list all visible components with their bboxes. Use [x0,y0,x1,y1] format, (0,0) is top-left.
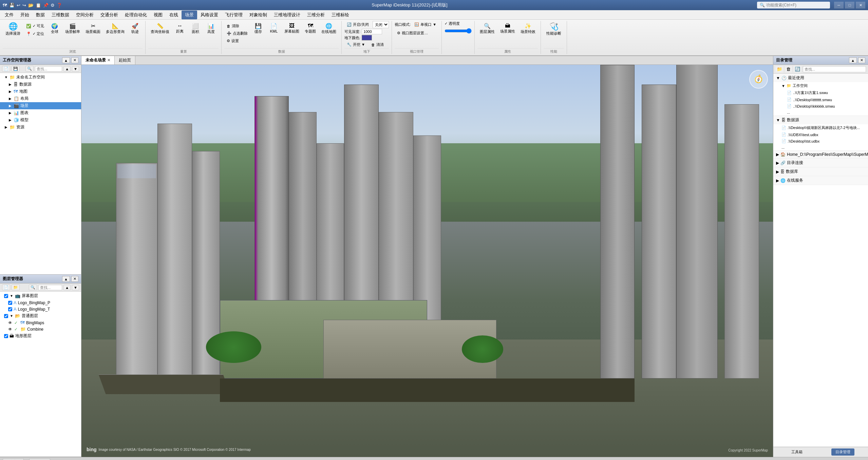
menu-file[interactable]: 文件 [1,11,17,19]
scene-effects-button[interactable]: ✨ 场景特效 [518,21,538,36]
workspace-node-scene[interactable]: ▶ 🎬 场景 [0,102,81,109]
catalog-item-udbx-tst[interactable]: 📄 .\\Desktop\\tst.udbx [773,138,868,144]
city-scene[interactable]: 🧭 bing Image courtesy of NASA / Earthsta… [81,65,773,457]
layer-screen-group[interactable]: ▼ 📺 屏幕图层 [0,292,81,299]
catalog-delete-button[interactable]: 🗑 [785,66,792,72]
logo-p-checkbox[interactable] [8,301,12,305]
catalog-item-udbx-test[interactable]: 📄 .\\UDBX\\test.udbx [773,131,868,138]
underground-toggle-button[interactable]: 🔄 开启/关闭 [344,21,371,28]
workspace-node-layout[interactable]: ▶ 📋 布局 [0,95,81,102]
menu-traffic-analysis[interactable]: 交通分析 [97,11,121,19]
position-button[interactable]: 📍 ✓ 定位 [24,30,46,37]
underground-status-select[interactable]: 关闭 开启 [373,21,389,28]
menu-flight-management[interactable]: 飞行管理 [222,11,246,19]
tab-unnamed-scene[interactable]: 未命名场景 ✕ [81,56,115,65]
catalog-search-input[interactable] [803,66,866,72]
catalog-item-desktop-k[interactable]: 📄 ..\\Desktop\\kkkkkk.smwu [773,103,868,109]
undo-icon[interactable]: ↩ [17,3,20,8]
layer-search-up[interactable]: ▲ [63,285,71,290]
kml-button[interactable]: 📄 KML [266,21,281,35]
catalog-item-zhenhuzhen[interactable]: 📄 .\\Desktop\\镇湖新区凤林路以北7-2号地块... [773,124,868,131]
layer-bingmaps[interactable]: 👁 ✓ 🗺 BingMaps [0,319,81,326]
layer-search-input[interactable] [38,285,62,290]
clear-underground-button[interactable]: 🗑 清清 [369,41,386,48]
pin-icon[interactable]: 📌 [43,3,49,8]
layer-combine[interactable]: 👁 ✓ 📁 Combine [0,326,81,332]
workspace-save-button[interactable]: 💾 [12,66,20,72]
workspace-search-toggle[interactable]: 🔍 [25,66,34,72]
workspace-node-root[interactable]: ▼ 📁 未命名工作空间 [0,74,81,81]
point-delete-button[interactable]: ➕ 点选删除 [224,30,250,37]
layer-folder-button[interactable]: 📁 [12,284,20,290]
cache-button[interactable]: 💾 缓存 [251,21,266,36]
menu-3d-analysis[interactable]: 三维分析 [304,11,328,19]
menu-auto-process[interactable]: 处理自动化 [121,11,150,19]
3d-viewport[interactable]: 🧭 bing Image courtesy of NASA / Earthsta… [81,65,773,457]
toolbox-tab[interactable]: 工具箱 [787,448,807,456]
track-button[interactable]: 🚀 轨迹 [128,21,143,36]
layer-close-button[interactable]: ✕ [71,276,78,282]
catalog-datasource-header[interactable]: ▼ 🗄 数据源 [773,116,868,124]
visible-button[interactable]: ✅ ✓ 可见 [24,22,46,30]
catalog-home-header[interactable]: ▶ 🏠 Home_D:\\ProgramFiles\\SuperMap\\Sup… [773,151,868,158]
catalog-item-scheme1[interactable]: 📄 ..\\方案1\\方案1.sxwu [773,89,868,96]
excavate-button[interactable]: 🔧 开挖 ▼ [344,41,367,48]
layer-add-button[interactable]: 📄 [2,284,10,290]
menu-scene[interactable]: 场景 [182,11,197,19]
layer-normal-group[interactable]: ▼ 📂 普通图层 [0,312,81,319]
transparency-slider[interactable] [445,28,472,34]
catalog-connection-header[interactable]: ▶ 🔗 目录连接 [773,159,868,167]
catalog-item-desktop-t[interactable]: 📄 ..\\Desktop\\tttttttt.smwu [773,96,868,103]
menu-start[interactable]: 开始 [17,11,33,19]
workspace-close-button[interactable]: ✕ [71,57,78,63]
select-explore-button[interactable]: 🌐 选择漫游 [3,21,23,38]
layer-search-toggle[interactable]: 🔍 [29,284,37,290]
screen-map-button[interactable]: 🖼 屏幕贴图 [282,21,302,36]
visible-depth-input[interactable] [362,29,382,34]
workspace-search-up[interactable]: ▲ [63,66,71,72]
output-window-button[interactable]: 绘出窗口 [3,458,24,460]
menu-online[interactable]: 在线 [166,11,182,19]
performance-diagnosis-button[interactable]: 🩺 性能诊断 [544,21,564,38]
workspace-node-datasource[interactable]: ▶ 🗄 数据源 [0,81,81,88]
layer-logo-p[interactable]: A Logo_BingMap_P [0,299,81,306]
menu-view[interactable]: 视图 [150,11,166,19]
menu-object-draw[interactable]: 对象绘制 [246,11,270,19]
workspace-expand-button[interactable]: ▲ [62,57,70,63]
catalog-online-header[interactable]: ▶ 🌐 在线服务 [773,176,868,185]
viewport-mode-button[interactable]: 🪟 单视口 ▼ [412,21,439,28]
workspace-search-down[interactable]: ▼ [72,66,79,72]
open-icon[interactable]: 📂 [28,3,34,8]
close-button[interactable]: ✕ [856,2,865,8]
underground-color-picker[interactable] [362,35,372,40]
height-button[interactable]: 📊 高度 [204,21,219,36]
menu-spatial-analysis[interactable]: 空间分析 [73,11,97,19]
catalog-refresh-button[interactable]: 🔄 [793,66,801,72]
catalog-close-button[interactable]: ✕ [858,57,865,63]
screen-group-checkbox[interactable] [4,294,8,298]
polygon-query-button[interactable]: 📐 多边形查询 [103,21,127,36]
workspace-node-resource[interactable]: ▶ 📁 资源 [0,124,81,131]
redo-icon[interactable]: ↪ [22,3,26,8]
new-icon[interactable]: 📋 [36,3,41,8]
catalog-item-more-2[interactable]: ... [773,144,868,150]
workspace-search-input[interactable] [35,66,62,72]
catalog-database-header[interactable]: ▶ 🗄 数据库 [773,167,868,176]
workspace-new-button[interactable]: 📄 [2,66,10,72]
layer-logo-t[interactable]: A Logo_BingMap_T [0,306,81,312]
layer-terrain-group[interactable]: 🏔 地形图层 [0,332,81,339]
data-settings-button[interactable]: ⚙ 设置 [224,37,250,44]
catalog-item-more-1[interactable]: ... [773,109,868,115]
maximize-button[interactable]: □ [845,2,854,8]
online-map-button[interactable]: 🌐 在线地图 [319,21,339,36]
settings-icon[interactable]: ⚙ [51,3,55,8]
task-management-button[interactable]: 任务管理 [29,458,50,460]
layer-search-down[interactable]: ▼ [72,285,79,290]
scene-framerate-button[interactable]: 🎬 场景帧率 [63,21,82,36]
menu-data[interactable]: 数据 [33,11,48,19]
query-coord-button[interactable]: 📏 查询坐标值 [148,21,172,36]
workspace-node-map[interactable]: ▶ 🗺 地图 [0,88,81,95]
logo-t-checkbox[interactable] [8,307,12,311]
clear-button[interactable]: 🗑 清除 [224,22,250,30]
viewport-layer-settings-button[interactable]: ⚙ 视口图层设置… [395,30,430,37]
